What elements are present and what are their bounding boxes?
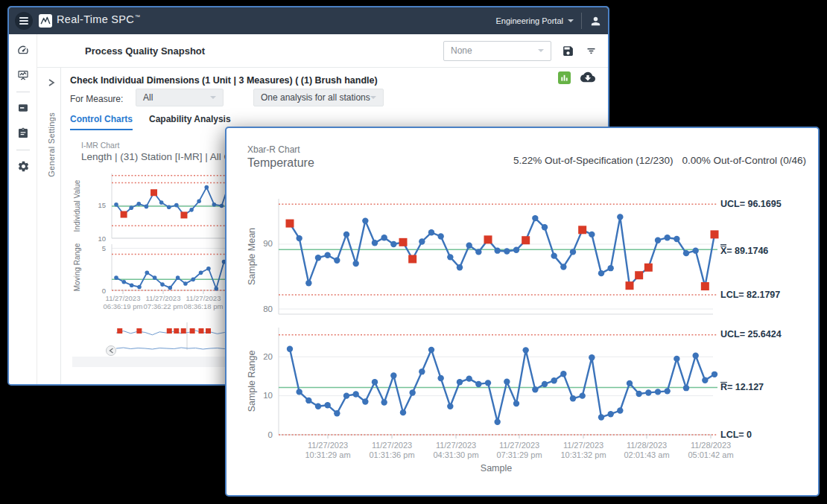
chevron-down-icon	[370, 96, 376, 99]
range-ucl-label: UCL= 25.6424	[720, 329, 782, 339]
chevron-down-icon	[568, 19, 574, 22]
svg-text:11/28/202302:01:43 am: 11/28/202302:01:43 am	[624, 441, 669, 459]
page-title: Process Quality Snapshot	[85, 45, 205, 57]
svg-text:10: 10	[263, 391, 273, 400]
divider	[581, 13, 582, 29]
toolbar: Process Quality Snapshot None	[37, 34, 608, 68]
general-settings-rail: General Settings	[45, 68, 61, 386]
svg-text:10: 10	[98, 235, 106, 243]
snapshot-select[interactable]: None	[443, 41, 551, 61]
divider	[16, 150, 30, 150]
tab-bar: Control Charts Capability Analysis	[70, 114, 231, 130]
range-center-label: R= 12.127	[720, 382, 764, 392]
for-measure-label: For Measure:	[70, 94, 123, 104]
user-icon[interactable]	[589, 15, 602, 28]
filter-icon[interactable]	[585, 45, 598, 57]
svg-text:11/27/202307:36:22 pm: 11/27/202307:36:22 pm	[144, 294, 183, 310]
range-lcl-label: LCL= 0	[720, 430, 752, 440]
cloud-download-icon[interactable]	[580, 71, 595, 86]
svg-text:11/27/202310:31:29 am: 11/27/202310:31:29 am	[305, 441, 350, 459]
tab-capability-analysis[interactable]: Capability Analysis	[149, 114, 231, 130]
archive-icon[interactable]	[9, 98, 37, 118]
navigator-handle[interactable]	[107, 346, 116, 356]
general-settings-label: General Settings	[47, 112, 56, 177]
expand-chevron-icon[interactable]	[48, 78, 55, 89]
portal-dropdown[interactable]: Engineering Portal	[495, 16, 574, 25]
svg-text:11/27/202307:31:29 pm: 11/27/202307:31:29 pm	[496, 441, 542, 459]
mean-ucl-label: UCL= 96.1695	[720, 199, 782, 209]
svg-text:11/27/202304:31:30 pm: 11/27/202304:31:30 pm	[433, 441, 478, 459]
mean-lcl-label: LCL= 82.1797	[720, 290, 780, 300]
analysis-heading: Check Individual Dimensions (1 Unit | 3 …	[70, 75, 378, 86]
save-icon[interactable]	[562, 45, 574, 57]
mean-center-label: X= 89.1746	[720, 244, 768, 256]
svg-text:90: 90	[263, 239, 273, 248]
svg-text:5: 5	[102, 244, 106, 252]
menu-button[interactable]	[15, 12, 33, 30]
snapshot-select-value: None	[451, 45, 472, 56]
svg-text:11/28/202305:01:42 am: 11/28/202305:01:42 am	[688, 441, 733, 459]
svg-text:0: 0	[268, 430, 273, 439]
svg-text:11/27/202310:31:32 pm: 11/27/202310:31:32 pm	[560, 441, 606, 459]
clipboard-icon[interactable]	[9, 124, 37, 143]
chart-view-button[interactable]	[558, 71, 571, 84]
divider	[16, 92, 30, 92]
gear-icon[interactable]	[9, 156, 37, 176]
svg-text:15: 15	[98, 201, 106, 209]
xbar-r-chart: 8090Sample Mean01020Sample Range11/27/20…	[226, 128, 818, 495]
app-logo-icon	[39, 14, 52, 28]
presentation-chart-icon[interactable]	[9, 66, 37, 85]
svg-text:11/27/202301:31:36 pm: 11/27/202301:31:36 pm	[369, 441, 414, 459]
svg-text:11/27/202306:36:19 pm: 11/27/202306:36:19 pm	[104, 294, 143, 310]
svg-text:80: 80	[263, 304, 273, 313]
measure-select[interactable]: All	[136, 89, 224, 106]
tab-control-charts[interactable]: Control Charts	[70, 114, 133, 130]
chevron-down-icon	[210, 96, 216, 99]
xbar-r-window: Xbar-R Chart Temperature 5.22% Out-of-Sp…	[225, 127, 820, 497]
svg-text:Individual Value: Individual Value	[73, 179, 81, 232]
desktop: Real-Time SPC™ Engineering Portal	[0, 0, 827, 504]
svg-text:Sample: Sample	[481, 463, 512, 473]
svg-text:20: 20	[263, 352, 273, 361]
sidebar	[9, 34, 37, 386]
hamburger-icon	[19, 16, 28, 26]
app-bar: Real-Time SPC™ Engineering Portal	[9, 7, 608, 34]
gauge-icon[interactable]	[9, 40, 37, 60]
svg-text:Moving Range: Moving Range	[73, 243, 81, 291]
svg-text:0: 0	[102, 287, 106, 295]
svg-text:11/27/202308:36:18 pm: 11/27/202308:36:18 pm	[184, 294, 224, 310]
chevron-down-icon	[538, 49, 544, 52]
brand-name: Real-Time SPC™	[57, 13, 140, 25]
svg-text:Sample Mean: Sample Mean	[247, 228, 257, 285]
svg-text:Sample Range: Sample Range	[247, 351, 257, 412]
station-analysis-select[interactable]: One analysis for all stations	[253, 89, 384, 106]
